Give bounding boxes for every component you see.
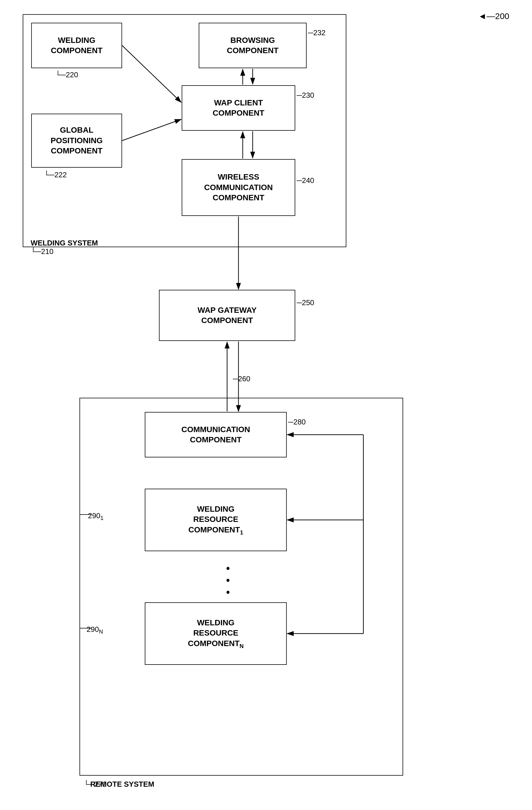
ref-200: ◄—200 <box>478 11 509 21</box>
welding-system-label: WELDING SYSTEM <box>31 239 98 247</box>
welding-resource-n-ref: 290N <box>87 625 103 635</box>
communication-component-ref: ─280 <box>288 418 306 426</box>
welding-system-ref: └─210 <box>31 247 53 256</box>
communication-component-box: COMMUNICATIONCOMPONENT <box>145 412 287 457</box>
wap-client-box: WAP CLIENTCOMPONENT <box>182 85 295 131</box>
ref-line-1 <box>80 514 92 515</box>
wireless-comm-label: WIRELESSCOMMUNICATIONCOMPONENT <box>204 172 273 203</box>
global-positioning-label: GLOBALPOSITIONINGCOMPONENT <box>51 125 103 156</box>
global-positioning-ref: └─222 <box>44 171 67 179</box>
ref-line-n <box>80 628 92 629</box>
welding-resource-1-ref: 2901 <box>88 512 104 521</box>
dots-separator: ••• <box>214 563 243 598</box>
wap-gateway-ref: ─250 <box>297 298 314 307</box>
browsing-component-label: BROWSINGCOMPONENT <box>227 35 279 56</box>
welding-resource-1-box: WELDINGRESOURCECOMPONENT1 <box>145 489 287 551</box>
wap-client-ref: ─230 <box>297 91 314 100</box>
wap-gateway-box: WAP GATEWAYCOMPONENT <box>159 290 295 341</box>
browsing-component-box: BROWSINGCOMPONENT <box>199 23 306 68</box>
communication-component-label: COMMUNICATIONCOMPONENT <box>181 424 250 445</box>
wireless-comm-box: WIRELESSCOMMUNICATIONCOMPONENT <box>182 159 295 216</box>
diagram: ◄—200 WELDING SYSTEM └─210 WELDINGCOMPON… <box>0 0 532 810</box>
remote-system-ref: └─270 <box>84 780 106 789</box>
wap-gateway-label: WAP GATEWAYCOMPONENT <box>198 305 256 326</box>
wireless-comm-ref: ─240 <box>297 176 314 185</box>
welding-component-ref: └─220 <box>55 70 78 79</box>
welding-component-box: WELDINGCOMPONENT <box>31 23 122 68</box>
wap-client-label: WAP CLIENTCOMPONENT <box>213 98 264 118</box>
welding-resource-n-label: WELDINGRESOURCECOMPONENTN <box>188 618 244 649</box>
ref-260: ─260 <box>233 374 250 383</box>
welding-component-label: WELDINGCOMPONENT <box>51 35 102 56</box>
global-positioning-box: GLOBALPOSITIONINGCOMPONENT <box>31 114 122 168</box>
welding-resource-1-label: WELDINGRESOURCECOMPONENT1 <box>188 504 243 536</box>
welding-resource-n-box: WELDINGRESOURCECOMPONENTN <box>145 602 287 665</box>
browsing-component-ref: ─232 <box>308 28 326 37</box>
